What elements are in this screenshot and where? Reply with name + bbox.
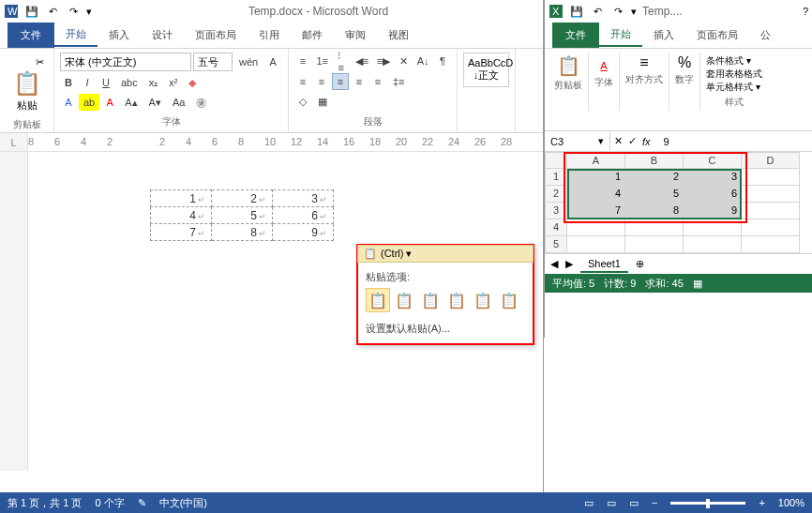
help-icon[interactable]: ? — [803, 6, 808, 17]
table-cell[interactable]: 4 — [151, 207, 212, 224]
tab-insert[interactable]: 插入 — [98, 24, 141, 46]
italic-button[interactable]: I — [79, 74, 96, 91]
sheet-nav-prev-icon[interactable]: ◀ — [550, 258, 558, 270]
table-cell[interactable]: 1 — [151, 190, 212, 207]
tab-review[interactable]: 审阅 — [334, 24, 377, 46]
undo-icon[interactable]: ↶ — [590, 4, 605, 19]
row-header[interactable]: 3 — [545, 203, 567, 219]
table-cell[interactable]: 3 — [273, 190, 334, 207]
asian-layout-button[interactable]: ✕ — [395, 53, 412, 69]
eraser-icon[interactable]: ◆ — [184, 74, 201, 91]
name-box[interactable]: C3▾ — [545, 131, 610, 151]
strike-button[interactable]: abc — [116, 74, 143, 91]
table-cell[interactable]: 6 — [273, 207, 334, 224]
paste-link-dest-icon[interactable]: 📋 — [444, 288, 469, 312]
zoom-in-icon[interactable]: + — [759, 497, 764, 508]
paste-link-source-icon[interactable]: 📋 — [418, 288, 443, 312]
cell[interactable] — [742, 219, 800, 236]
tab-layout[interactable]: 页面布局 — [685, 24, 749, 46]
formula-value[interactable]: 9 — [664, 136, 669, 147]
col-header[interactable]: A — [567, 152, 625, 169]
save-icon[interactable]: 💾 — [24, 4, 39, 19]
view-print-icon[interactable]: ▭ — [607, 497, 616, 509]
tab-insert[interactable]: 插入 — [642, 24, 685, 46]
font-color-button[interactable]: A — [101, 94, 118, 111]
subscript-button[interactable]: x₂ — [144, 74, 163, 91]
decrease-indent-button[interactable]: ◀≡ — [352, 53, 371, 69]
align-left-button[interactable]: ≡ — [294, 73, 311, 90]
view-web-icon[interactable]: ▭ — [629, 497, 639, 509]
sheet-nav-next-icon[interactable]: ▶ — [565, 258, 573, 270]
zoom-out-icon[interactable]: − — [652, 497, 657, 508]
highlight-button[interactable]: ab — [79, 94, 99, 111]
tab-home[interactable]: 开始 — [599, 23, 642, 47]
view-normal-icon[interactable]: ▦ — [693, 278, 702, 290]
redo-icon[interactable]: ↷ — [610, 4, 625, 19]
sheet-tab[interactable]: Sheet1 — [580, 256, 628, 273]
cell[interactable]: 1 — [567, 169, 625, 186]
col-header[interactable]: C — [684, 152, 742, 169]
cell[interactable]: 3 — [684, 169, 742, 186]
tab-references[interactable]: 引用 — [248, 24, 291, 46]
clipboard-icon[interactable]: 📋 — [557, 54, 580, 77]
tab-file[interactable]: 文件 — [552, 23, 599, 48]
cell-styles-button[interactable]: 单元格样式 ▾ — [706, 81, 760, 94]
font-icon[interactable]: A — [600, 54, 607, 74]
col-header[interactable]: B — [625, 152, 684, 169]
conditional-format-button[interactable]: 条件格式 ▾ — [706, 54, 751, 68]
paste-text-only-icon[interactable]: 📋 — [497, 288, 521, 312]
table-cell[interactable]: 8 — [212, 224, 273, 241]
cell[interactable] — [684, 219, 742, 236]
proofing-icon[interactable]: ✎ — [138, 497, 146, 509]
tab-mailings[interactable]: 邮件 — [291, 24, 334, 46]
justify-button[interactable]: ≡ — [351, 73, 368, 90]
line-spacing-button[interactable]: ‡≡ — [388, 73, 410, 90]
cell[interactable] — [742, 186, 800, 203]
cell[interactable] — [567, 219, 625, 236]
font-name-select[interactable]: 宋体 (中文正文) — [60, 53, 191, 71]
paste-button[interactable]: ✂ 📋 粘贴 — [6, 53, 48, 116]
cell[interactable] — [742, 236, 800, 253]
zoom-slider[interactable] — [670, 502, 745, 505]
cancel-icon[interactable]: ✕ — [614, 135, 623, 147]
word-pasted-table[interactable]: 123 456 789 — [150, 189, 334, 241]
cell[interactable] — [625, 236, 684, 253]
text-effect-button[interactable]: A — [60, 94, 77, 111]
new-sheet-icon[interactable]: ⊕ — [636, 258, 644, 270]
multilevel-button[interactable]: ⁝≡ — [333, 53, 350, 69]
table-cell[interactable]: 2 — [212, 190, 273, 207]
bold-button[interactable]: B — [60, 74, 77, 91]
cell[interactable] — [625, 219, 684, 236]
cell[interactable]: 6 — [684, 186, 742, 203]
paste-ctrl-button[interactable]: 📋 (Ctrl) ▾ — [357, 245, 534, 263]
qat-customize-icon[interactable]: ▾ — [631, 6, 637, 18]
table-cell[interactable]: 9 — [273, 224, 334, 241]
change-case-button[interactable]: Aa — [168, 94, 189, 111]
style-preview[interactable]: AaBbCcD ↓正文 — [463, 53, 509, 87]
status-page[interactable]: 第 1 页，共 1 页 — [8, 496, 82, 510]
table-cell[interactable]: 7 — [151, 224, 212, 241]
cell[interactable]: 5 — [625, 186, 684, 203]
align-right-button[interactable]: ≡ — [332, 73, 349, 90]
grow-font-button[interactable]: A▴ — [120, 94, 142, 111]
set-default-paste[interactable]: 设置默认粘贴(A)... — [366, 318, 525, 339]
row-header[interactable]: 1 — [545, 169, 567, 186]
fx-icon[interactable]: fx — [642, 136, 651, 147]
percent-icon[interactable]: % — [678, 54, 691, 71]
format-as-table-button[interactable]: 套用表格格式 — [706, 68, 762, 81]
show-marks-button[interactable]: ¶ — [434, 53, 451, 69]
row-header[interactable]: 4 — [545, 219, 567, 236]
borders-button[interactable]: ▦ — [313, 93, 332, 110]
underline-button[interactable]: U — [98, 74, 114, 91]
cell[interactable] — [742, 169, 800, 186]
paste-keep-source-icon[interactable]: 📋 — [366, 288, 390, 312]
numbering-button[interactable]: 1≡ — [313, 53, 331, 69]
enclose-char-button[interactable]: ㊝ — [191, 94, 211, 111]
qat-customize-icon[interactable]: ▾ — [86, 6, 92, 18]
align-icon[interactable]: ≡ — [639, 54, 648, 71]
distribute-button[interactable]: ≡ — [369, 73, 386, 90]
tab-formulas[interactable]: 公 — [749, 24, 782, 46]
shading-button[interactable]: ◇ — [294, 93, 311, 110]
tab-file[interactable]: 文件 — [8, 23, 54, 48]
font-size-select[interactable]: 五号 — [193, 53, 233, 71]
